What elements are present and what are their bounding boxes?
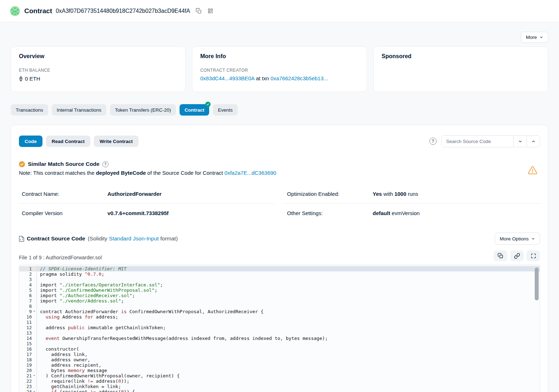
code-scrollbar-thumb[interactable] — [535, 268, 539, 300]
code-text — [36, 277, 540, 282]
code-text: address recipient, — [36, 362, 540, 368]
code-text: address public immutable getChainlinkTok… — [36, 325, 540, 330]
copy-source-button[interactable] — [494, 250, 507, 261]
metadata-column: Optimization Enabled:Yes with 1000 runsO… — [284, 184, 540, 223]
line-gutter: 3 — [19, 277, 36, 282]
code-line: 12 address public immutable getChainlink… — [19, 325, 540, 330]
line-number: 19 — [26, 362, 32, 368]
tab-internal-transactions[interactable]: Internal Transactions — [52, 104, 106, 116]
copy-icon — [498, 253, 503, 259]
contract-creator-label: CONTRACT CREATOR — [200, 68, 359, 73]
page-header: Contract 0xA3f07D6773514480b918C2742b027… — [0, 0, 559, 22]
chevron-down-icon — [531, 237, 535, 241]
line-gutter: 24▾ — [19, 389, 36, 392]
tab-label: Events — [218, 107, 232, 113]
similar-match-help-icon[interactable]: ? — [102, 161, 109, 167]
code-text: getChainlinkToken = link; — [36, 384, 540, 389]
line-number: 17 — [26, 352, 32, 357]
metadata-label: Optimization Enabled: — [287, 191, 373, 197]
code-line: 2pragma solidity ^0.7.0; — [19, 271, 540, 277]
line-gutter: 10 — [19, 314, 36, 320]
code-line: 15 — [19, 341, 540, 346]
line-gutter: 9▾ — [19, 309, 36, 314]
more-info-card: More Info CONTRACT CREATOR 0x83dC44...49… — [192, 46, 367, 92]
copy-address-icon[interactable] — [196, 8, 202, 14]
code-text: address link, — [36, 352, 540, 357]
code-text: event OwnershipTransferRequestedWithMess… — [36, 336, 540, 341]
code-text — [36, 330, 540, 336]
code-text — [36, 304, 540, 309]
line-gutter: 14 — [19, 336, 36, 341]
tab-contract[interactable]: Contract — [180, 104, 210, 116]
format-prefix: (Solidity — [88, 235, 109, 241]
sponsored-card-title: Sponsored — [382, 53, 540, 60]
line-number: 5 — [29, 287, 32, 293]
similar-match-check-icon — [19, 161, 25, 167]
line-number: 6 — [29, 293, 32, 298]
line-gutter: 17 — [19, 352, 36, 357]
more-options-label: More Options — [500, 236, 529, 241]
line-number: 2 — [29, 271, 32, 277]
line-gutter: 16 — [19, 346, 36, 352]
more-options-button[interactable]: More Options — [495, 233, 540, 245]
json-input-link[interactable]: Standard Json-Input — [109, 235, 159, 241]
metadata-row: Contract Name:AuthorizedForwarder — [19, 184, 275, 204]
link-icon — [514, 253, 520, 259]
tab-label: Transactions — [16, 107, 43, 113]
line-gutter: 20 — [19, 368, 36, 373]
line-gutter: 11 — [19, 320, 36, 325]
more-button-label: More — [526, 35, 537, 40]
code-line: 17 address link, — [19, 352, 540, 357]
code-text: if (recipient != address(0)) { — [36, 389, 540, 392]
similar-match-note: Note: This contract matches the deployed… — [19, 170, 540, 176]
creator-txn-link[interactable]: 0xa7662428c3b5eb13... — [271, 75, 328, 81]
subtab-read-contract[interactable]: Read Contract — [46, 136, 90, 147]
code-text: ) ConfirmedOwnerWithProposal(owner, reci… — [36, 373, 540, 378]
qr-code-icon[interactable] — [207, 8, 213, 14]
code-line: 16 constructor( — [19, 346, 540, 352]
similar-contract-link[interactable]: 0xfa2a7E...dC363690 — [225, 170, 276, 176]
expand-button[interactable] — [527, 250, 540, 261]
tab-label: Internal Transactions — [57, 107, 101, 113]
search-source-input[interactable] — [442, 136, 513, 147]
code-fold-icon[interactable]: ▾ — [32, 373, 36, 378]
code-text: address owner, — [36, 357, 540, 362]
code-line: 10 using Address for address; — [19, 314, 540, 320]
tab-token-transfers-erc-20[interactable]: Token Transfers (ERC-20) — [110, 104, 176, 116]
code-text: import "./vendor/Address.sol"; — [36, 298, 540, 304]
subtab-code[interactable]: Code — [19, 136, 42, 147]
metadata-value: Yes with 1000 runs — [373, 191, 418, 197]
tab-transactions[interactable]: Transactions — [11, 104, 48, 116]
source-code-viewer[interactable]: 1// SPDX-License-Identifier: MIT2pragma … — [19, 265, 540, 392]
line-gutter: 23 — [19, 384, 36, 389]
line-gutter: 21▾ — [19, 373, 36, 378]
code-fold-icon[interactable]: ▾ — [32, 309, 36, 314]
line-number: 7 — [29, 298, 32, 304]
eth-balance-label: ETH BALANCE — [19, 68, 177, 73]
line-number: 24 — [26, 389, 32, 392]
permalink-button[interactable] — [510, 250, 524, 261]
code-line: 8 — [19, 304, 540, 309]
note-middle: of the Source Code for Contract — [146, 170, 225, 176]
code-line: 7import "./vendor/Address.sol"; — [19, 298, 540, 304]
code-line: 5import "./ConfirmedOwnerWithProposal.so… — [19, 287, 540, 293]
creator-address-link[interactable]: 0x83dC44...4933BE0A — [200, 75, 255, 81]
more-button[interactable]: More — [521, 32, 548, 43]
eth-balance-value: 0 ETH — [25, 76, 40, 82]
line-number: 14 — [26, 336, 32, 341]
search-prev-button[interactable] — [527, 136, 540, 147]
code-line: 20 bytes memory message — [19, 368, 540, 373]
search-help-icon[interactable]: ? — [429, 138, 437, 145]
check-badge-icon — [205, 102, 211, 107]
code-text: // SPDX-License-Identifier: MIT — [36, 266, 540, 271]
metadata-row: Other Settings:default evmVersion — [284, 204, 540, 223]
tab-events[interactable]: Events — [213, 104, 237, 116]
contract-address: 0xA3f07D6773514480b918C2742b027b3acD9E44… — [56, 8, 190, 14]
code-fold-icon[interactable]: ▾ — [32, 389, 36, 392]
overview-card-title: Overview — [19, 53, 177, 60]
subtab-write-contract[interactable]: Write Contract — [94, 136, 139, 147]
code-text: bytes memory message — [36, 368, 540, 373]
code-line: 22 require(link != address(0)); — [19, 378, 540, 384]
contract-identicon-avatar — [10, 6, 20, 16]
search-next-button[interactable] — [513, 136, 527, 147]
